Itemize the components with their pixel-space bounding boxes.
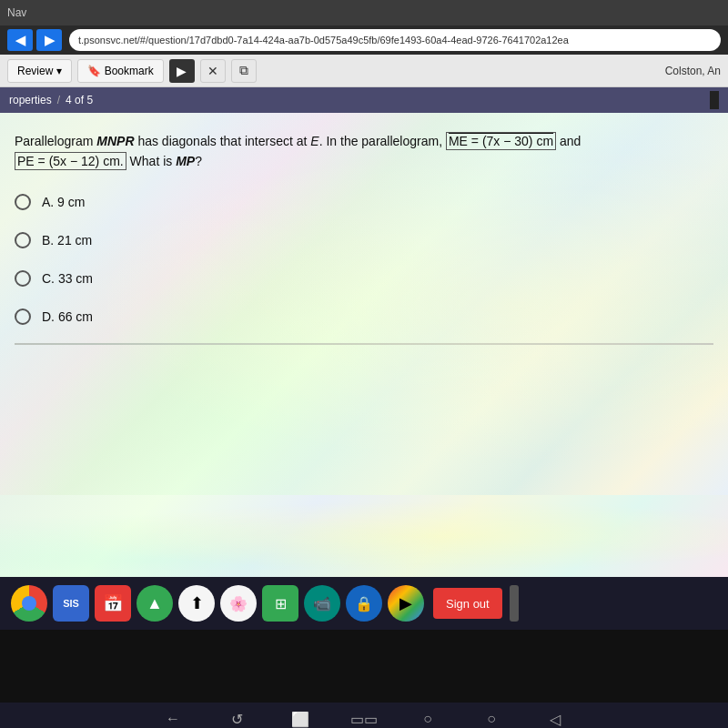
system-bar: ← ↺ ⬜ ▭▭ ○ ○ ◁ bbox=[0, 703, 728, 728]
empty-area bbox=[0, 495, 728, 577]
chrome-icon[interactable] bbox=[11, 585, 47, 622]
radio-c[interactable] bbox=[15, 270, 31, 287]
option-a-label: A. 9 cm bbox=[42, 195, 85, 209]
forward-button[interactable]: ▶ bbox=[36, 29, 62, 51]
q-text3: . In the parallelogram, bbox=[319, 134, 446, 148]
sys-back-button[interactable]: ← bbox=[159, 705, 187, 728]
url-field[interactable]: t.psonsvc.net/#/question/17d7dbd0-7a14-4… bbox=[69, 29, 721, 51]
breadcrumb-page: 4 of 5 bbox=[66, 94, 93, 106]
content-separator bbox=[15, 343, 713, 345]
bookmark-button[interactable]: 🔖 Bookmark bbox=[77, 59, 163, 83]
option-d-label: D. 66 cm bbox=[42, 309, 93, 324]
sys-tabs-button[interactable]: ▭▭ bbox=[350, 705, 378, 728]
taskbar-indicator bbox=[510, 585, 519, 622]
calendar-icon[interactable]: 📅 bbox=[95, 585, 131, 622]
sys-home-button[interactable]: ○ bbox=[414, 705, 441, 728]
q-text1: Parallelogram bbox=[15, 134, 96, 148]
taskbar: SIS 📅 ▲ ⬆ 🌸 ⊞ 📹 🔒 ▶ Sign out bbox=[0, 577, 728, 630]
q-e: E bbox=[310, 134, 318, 148]
main-content: Parallelogram MNPR has diagonals that in… bbox=[0, 113, 728, 495]
option-a[interactable]: A. 9 cm bbox=[15, 194, 713, 210]
sheets-icon[interactable]: ⊞ bbox=[262, 585, 298, 622]
sys-vol-button[interactable]: ◁ bbox=[541, 705, 569, 728]
radio-a[interactable] bbox=[15, 194, 31, 210]
sis-icon[interactable]: SIS bbox=[53, 585, 89, 622]
close-button[interactable]: ✕ bbox=[200, 59, 226, 83]
nav-buttons: ◀ ▶ bbox=[7, 29, 62, 51]
option-c[interactable]: C. 33 cm bbox=[15, 270, 713, 287]
sys-back2-button[interactable]: ○ bbox=[478, 705, 505, 728]
nav-label: Nav bbox=[7, 6, 26, 19]
google-drive-icon[interactable]: ⬆ bbox=[178, 585, 215, 622]
option-b-label: B. 21 cm bbox=[42, 233, 92, 248]
q-text2: has diagonals that intersect at bbox=[135, 134, 311, 148]
meet-icon[interactable]: 📹 bbox=[304, 585, 340, 622]
toolbar: Review ▾ 🔖 Bookmark ▶ ✕ ⧉ Colston, An bbox=[0, 55, 728, 87]
q-qmark: ? bbox=[195, 154, 202, 168]
progress-indicator bbox=[710, 91, 719, 109]
play-store-icon[interactable]: ▶ bbox=[388, 585, 424, 622]
review-button[interactable]: Review ▾ bbox=[7, 59, 72, 83]
q-what: What is bbox=[126, 154, 176, 168]
breadcrumb-bar: roperties / 4 of 5 bbox=[0, 87, 728, 113]
answer-options: A. 9 cm B. 21 cm C. 33 cm D. 66 cm bbox=[15, 194, 713, 325]
q-pe: PE = (5x − 12) cm. bbox=[15, 152, 126, 170]
bottom-area bbox=[0, 630, 728, 703]
q-mnpr: MNPR bbox=[96, 134, 134, 148]
q-and: and bbox=[556, 134, 581, 148]
back-button[interactable]: ◀ bbox=[7, 29, 33, 51]
url-bar: ◀ ▶ t.psonsvc.net/#/question/17d7dbd0-7a… bbox=[0, 25, 728, 55]
sign-out-button[interactable]: Sign out bbox=[433, 588, 502, 619]
sys-refresh-button[interactable]: ↺ bbox=[223, 705, 250, 728]
radio-b[interactable] bbox=[15, 232, 31, 248]
option-b[interactable]: B. 21 cm bbox=[15, 232, 713, 248]
q-mp: MP bbox=[176, 154, 195, 168]
nav-bar: Nav bbox=[0, 0, 728, 25]
user-label: Colston, An bbox=[665, 65, 721, 77]
drive-icon[interactable]: ▲ bbox=[136, 585, 173, 622]
breadcrumb-path: roperties bbox=[9, 94, 52, 106]
option-d[interactable]: D. 66 cm bbox=[15, 308, 713, 325]
breadcrumb-separator: / bbox=[57, 94, 60, 106]
copy-button[interactable]: ⧉ bbox=[231, 59, 257, 83]
vpn-icon[interactable]: 🔒 bbox=[346, 585, 382, 622]
radio-d[interactable] bbox=[15, 308, 31, 325]
option-c-label: C. 33 cm bbox=[42, 271, 93, 286]
photos-icon[interactable]: 🌸 bbox=[220, 585, 257, 622]
q-me: ME = (7x − 30) cm bbox=[446, 132, 556, 150]
cursor-button[interactable]: ▶ bbox=[169, 59, 195, 83]
question-text: Parallelogram MNPR has diagonals that in… bbox=[15, 131, 713, 172]
sys-fullscreen-button[interactable]: ⬜ bbox=[287, 705, 314, 728]
